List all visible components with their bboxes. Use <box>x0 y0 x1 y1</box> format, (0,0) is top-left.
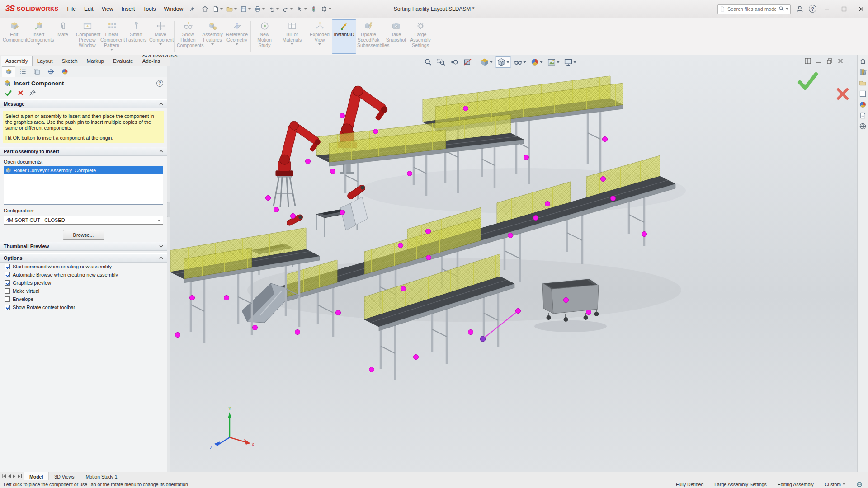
home-button[interactable] <box>200 4 210 14</box>
previous-tab-button[interactable] <box>7 474 11 479</box>
display-style-icon[interactable] <box>495 56 511 68</box>
minimize-document-icon[interactable] <box>816 58 822 64</box>
ribbon-button-insert-components[interactable]: Insert Components <box>26 19 51 54</box>
display-state-selector[interactable]: Custom <box>825 482 845 487</box>
ribbon-button-assembly-features[interactable]: Assembly Features <box>200 19 225 54</box>
featuremanager-tree-tab[interactable] <box>16 66 29 77</box>
ribbon-button-mate[interactable]: Mate <box>51 19 75 54</box>
panel-help-icon[interactable]: ? <box>156 80 163 87</box>
tab-model[interactable]: Model <box>24 472 49 480</box>
status-large-assembly-settings[interactable]: Large Assembly Settings <box>714 482 767 487</box>
section-view-icon[interactable] <box>462 56 474 68</box>
tab-assembly[interactable]: Assembly <box>1 56 33 66</box>
option-start-command[interactable]: Start command when creating new assembly <box>0 263 167 271</box>
ribbon-button-move-component[interactable]: Move Component <box>148 19 173 54</box>
list-item-selected[interactable]: Roller Conveyor Assembly_Complete <box>4 166 163 174</box>
option-graphics-preview[interactable]: Graphics preview <box>0 279 167 287</box>
chevron-down-icon[interactable] <box>37 43 40 45</box>
pin-menu-icon[interactable] <box>189 6 195 12</box>
ribbon-button-edit-component[interactable]: Edit Component <box>2 19 26 54</box>
configurationmanager-tab[interactable] <box>30 66 43 77</box>
undo-button[interactable] <box>267 4 280 14</box>
section-header-message[interactable]: Message <box>0 99 167 108</box>
chevron-down-icon[interactable] <box>291 43 293 45</box>
panel-collapse-handle[interactable] <box>167 202 170 217</box>
robot-arm-left[interactable] <box>274 118 326 207</box>
hide-show-items-icon[interactable] <box>512 56 528 68</box>
propertymanager-tab[interactable] <box>2 66 15 77</box>
appearances-scenes-icon[interactable] <box>859 101 867 108</box>
view-palette-icon[interactable] <box>859 90 867 98</box>
cancel-button[interactable] <box>18 90 24 96</box>
restore-document-icon[interactable] <box>826 58 833 64</box>
panel-splitter[interactable] <box>167 66 170 472</box>
custom-properties-icon[interactable] <box>859 112 867 119</box>
search-icon[interactable] <box>778 6 784 12</box>
ribbon-button-component-preview-window[interactable]: Component Preview Window <box>75 19 99 54</box>
redo-button[interactable] <box>281 4 294 14</box>
options-gear-button[interactable] <box>319 4 333 14</box>
next-tab-button[interactable] <box>12 474 16 479</box>
tab-sketch[interactable]: Sketch <box>57 56 82 66</box>
save-button[interactable] <box>239 4 252 14</box>
ribbon-button-new-motion-study[interactable]: New Motion Study <box>252 19 277 54</box>
close-button[interactable] <box>854 3 868 15</box>
print-button[interactable] <box>253 4 266 14</box>
user-account-icon[interactable] <box>794 4 805 14</box>
file-explorer-icon[interactable] <box>859 79 867 87</box>
search-box[interactable] <box>717 4 791 14</box>
view-orientation-cube-icon[interactable] <box>479 56 495 68</box>
tab-layout[interactable]: Layout <box>33 56 57 66</box>
chevron-down-icon[interactable] <box>159 43 162 45</box>
assembly-3d-scene[interactable]: .gf{fill:#dadd55;opacity:.62;stroke:#8c8… <box>170 55 857 472</box>
option-make-virtual[interactable]: Make virtual <box>0 287 167 295</box>
maximize-button[interactable] <box>837 3 851 15</box>
search-options-caret[interactable] <box>786 8 788 10</box>
ok-button[interactable] <box>5 89 12 96</box>
previous-view-icon[interactable] <box>448 56 461 68</box>
ribbon-button-take-snapshot[interactable]: Take Snapshot <box>384 19 408 54</box>
apply-scene-icon[interactable] <box>546 56 561 68</box>
ribbon-button-linear-component-pattern[interactable]: Linear Component Pattern <box>99 19 124 54</box>
zoom-area-icon[interactable] <box>435 56 448 68</box>
graphics-area[interactable]: .gf{fill:#dadd55;opacity:.62;stroke:#8c8… <box>170 55 857 472</box>
ribbon-button-reference-geometry[interactable]: Reference Geometry <box>225 19 249 54</box>
tab-markup[interactable]: Markup <box>82 56 108 66</box>
checkbox[interactable] <box>5 288 10 294</box>
view-settings-icon[interactable] <box>562 56 578 68</box>
section-header-options[interactable]: Options <box>0 253 167 263</box>
new-document-button[interactable] <box>211 4 224 14</box>
checkbox[interactable] <box>5 280 10 286</box>
chevron-down-icon[interactable] <box>236 43 238 45</box>
section-header-thumbnail-preview[interactable]: Thumbnail Preview <box>0 242 167 251</box>
displaymanager-tab[interactable] <box>58 66 71 77</box>
confirm-ok-button[interactable] <box>797 71 818 90</box>
dimxpertmanager-tab[interactable] <box>44 66 57 77</box>
ribbon-button-show-hidden-components[interactable]: Show Hidden Components <box>176 19 200 54</box>
menu-edit[interactable]: Edit <box>80 4 98 14</box>
confirm-cancel-button[interactable] <box>836 88 849 100</box>
menu-file[interactable]: File <box>63 4 80 14</box>
menu-window[interactable]: Window <box>160 4 187 14</box>
chevron-down-icon[interactable] <box>110 49 113 51</box>
ribbon-button-exploded-view[interactable]: Exploded View <box>307 19 332 54</box>
rebuild-button[interactable] <box>309 4 319 14</box>
help-icon[interactable]: ? <box>809 5 816 13</box>
menu-tools[interactable]: Tools <box>139 4 160 14</box>
design-library-icon[interactable] <box>859 68 867 76</box>
checkbox[interactable] <box>5 296 10 302</box>
solidworks-resources-home-icon[interactable] <box>859 57 867 65</box>
edit-appearance-icon[interactable] <box>529 56 545 68</box>
checkbox[interactable] <box>5 264 10 269</box>
first-tab-button[interactable] <box>1 474 6 479</box>
section-header-part-assembly[interactable]: Part/Assembly to Insert <box>0 147 167 156</box>
tab-evaluate[interactable]: Evaluate <box>108 56 138 66</box>
option-automatic-browse[interactable]: Automatic Browse when creating new assem… <box>0 271 167 279</box>
menu-insert[interactable]: Insert <box>117 4 139 14</box>
tile-panes-icon[interactable] <box>805 58 811 64</box>
last-tab-button[interactable] <box>17 474 22 479</box>
ribbon-button-instant3d[interactable]: Instant3D <box>332 19 356 54</box>
open-document-button[interactable] <box>225 4 238 14</box>
tab-3d-views[interactable]: 3D Views <box>49 472 80 480</box>
ribbon-button-large-assembly-settings[interactable]: Large Assembly Settings <box>408 19 433 54</box>
